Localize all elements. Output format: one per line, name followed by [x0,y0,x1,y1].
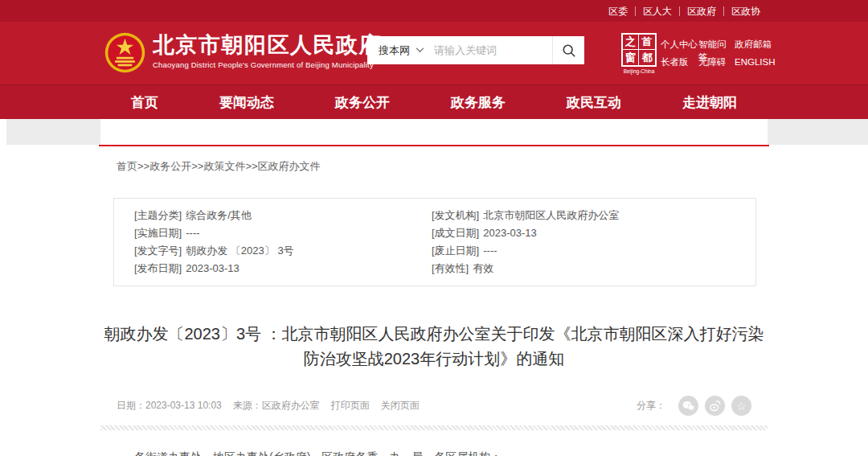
meta-value: 综合政务/其他 [186,209,252,221]
meta-issuing-agency: [发文机构]北京市朝阳区人民政府办公室 [432,207,755,224]
crumb-policy-documents[interactable]: 政策文件 [203,160,245,172]
site-logo-text[interactable]: 北京市朝阳区人民政府 Chaoyang District People's Go… [153,32,382,69]
nav-public-interaction[interactable]: 政民互动 [562,85,626,119]
meta-label: [发文机构] [432,209,479,221]
share-weibo-button[interactable] [705,396,725,416]
meta-label: [成文日期] [432,227,479,239]
meta-topic-category: [主题分类]综合政务/其他 [134,207,432,224]
document-body-first-line: 各街道办事处、地区办事处(乡政府)，区政府各委、办、局，各区属机构： [100,448,768,456]
share-wechat-button[interactable] [678,396,698,416]
chevron-down-icon[interactable] [416,47,424,53]
capital-window-grid-icon: 之 首 窗 都 [621,33,657,67]
meta-publish-date: [发布日期]2023-03-13 [134,260,432,277]
topbar-link-peoples-congress[interactable]: 区人大 [635,6,679,16]
nav-gov-services[interactable]: 政务服务 [446,85,510,119]
share-label: 分享： [637,399,665,413]
site-title: 北京市朝阳区人民政府 [153,32,382,58]
crumb-home[interactable]: 首页 [117,160,137,172]
topbar-link-district-committee[interactable]: 区委 [601,6,635,16]
national-emblem-icon[interactable] [104,31,146,74]
meta-document-number: [发文字号]朝政办发 〔2023〕 3号 [134,242,432,260]
meta-value: 朝政办发 〔2023〕 3号 [186,244,293,257]
portal-char: 都 [639,50,655,65]
search-input[interactable] [434,44,552,56]
meta-value: 有效 [473,262,493,274]
top-utility-bar: 区委 区人大 区政府 区政协 [0,0,868,22]
search-button[interactable] [552,36,584,64]
crumb-gov-disclosure[interactable]: 政务公开 [149,160,191,172]
weibo-icon [709,400,721,412]
site-search-bar: 搜本网 [367,36,584,64]
portal-char: 之 [623,35,639,50]
breadcrumb-separator: >> [137,160,149,172]
meta-value: ---- [483,244,497,257]
search-icon [562,43,576,58]
meta-written-date: [成文日期]2023-03-13 [432,224,755,242]
main-navbar: 首页 要闻动态 政务公开 政务服务 政民互动 走进朝阳 [0,84,868,119]
site-header: 北京市朝阳区人民政府 Chaoyang District People's Go… [0,22,868,84]
subheader-strip [0,119,868,145]
nav-gov-disclosure[interactable]: 政务公开 [330,85,395,119]
link-english[interactable]: ENGLISH [735,55,776,68]
link-senior-version[interactable]: 长者版 [661,55,698,68]
print-page-button[interactable]: 打印页面 [331,399,370,413]
breadcrumb-separator: >> [245,160,257,172]
meta-label: [主题分类] [134,209,182,221]
meta-label: [有效性] [432,262,469,274]
nav-home[interactable]: 首页 [126,85,163,119]
article-meta-row: 日期：2023-03-13 10:03 来源：区政府办公室 打印页面 关闭页面 … [100,396,768,416]
meta-value: 北京市朝阳区人民政府办公室 [483,209,619,221]
meta-repeal-date: [废止日期]---- [432,242,755,260]
breadcrumb-separator: >> [191,160,203,172]
meta-label: [废止日期] [432,244,479,257]
meta-label: [发文字号] [134,244,182,257]
main-content: 首页>>政务公开>>政策文件>>区政府办文件 [主题分类]综合政务/其他 [实施… [100,146,768,456]
capital-window-logo[interactable]: 之 首 窗 都 Beijing-China [621,33,657,74]
topbar-link-district-government[interactable]: 区政府 [679,6,723,16]
link-accessibility[interactable]: 无障碍 [698,55,735,68]
meta-label: [实施日期] [134,227,182,239]
nav-about-chaoyang[interactable]: 走进朝阳 [678,85,742,119]
site-subtitle: Chaoyang District People's Government of… [153,60,382,69]
search-scope-select[interactable]: 搜本网 [379,43,410,58]
meta-validity: [有效性]有效 [432,260,755,277]
meta-value: 2023-03-13 [186,262,240,274]
hatched-divider [100,425,768,430]
meta-label: [发布日期] [134,262,182,274]
wechat-icon [682,401,694,411]
meta-value: ---- [186,227,199,239]
portal-char: 首 [639,35,655,50]
topbar-link-cppcc[interactable]: 区政协 [723,6,768,16]
article-source: 来源：区政府办公室 [233,399,320,413]
meta-implementation-date: [实施日期]---- [134,224,432,242]
article-date: 日期：2023-03-13 10:03 [117,399,222,413]
crumb-district-office-docs[interactable]: 区政府办文件 [258,160,321,172]
star-icon: ☆ [736,401,747,412]
portal-char: 窗 [623,50,639,65]
document-title: 朝政办发〔2023〕3号 ：北京市朝阳区人民政府办公室关于印发《北京市朝阳区深入… [100,322,768,372]
meta-value: 2023-03-13 [483,227,537,239]
document-metadata-box: [主题分类]综合政务/其他 [实施日期]---- [发文字号]朝政办发 〔202… [113,198,756,286]
nav-news[interactable]: 要闻动态 [215,85,279,119]
share-qzone-button[interactable]: ☆ [731,396,751,416]
breadcrumb: 首页>>政务公开>>政策文件>>区政府办文件 [100,146,768,174]
close-page-button[interactable]: 关闭页面 [381,399,420,413]
portal-caption: Beijing-China [621,68,657,74]
quick-links-row-2: 长者版 无障碍 ENGLISH [661,55,776,68]
